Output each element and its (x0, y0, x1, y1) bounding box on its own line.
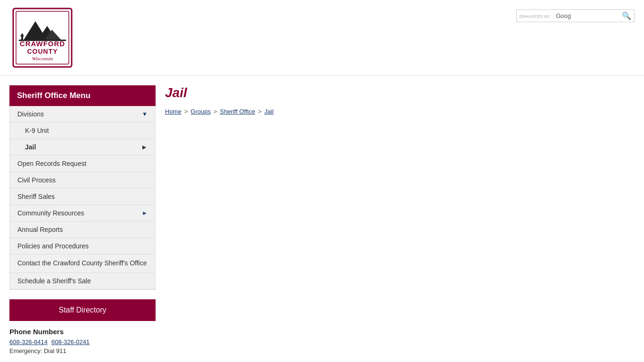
search-button[interactable]: 🔍 (622, 11, 631, 20)
sidebar-menu-title: Sheriff Office Menu (9, 85, 156, 106)
sidebar-item-open-records[interactable]: Open Records Request (10, 156, 155, 172)
breadcrumb-current: Jail (264, 108, 274, 115)
logo-area: CRAWFORD COUNTY Wisconsin (9, 5, 75, 71)
breadcrumb-sep-2: > (214, 108, 217, 115)
breadcrumb-groups[interactable]: Groups (190, 108, 211, 115)
phone-link-2[interactable]: 608-326-0241 (51, 338, 90, 346)
jail-arrow-right-icon: ► (141, 143, 148, 151)
sidebar-item-k9[interactable]: K-9 Unit (10, 123, 155, 139)
sidebar: Sheriff Office Menu Divisions ▼ K-9 Unit… (9, 85, 156, 354)
phone-link-1[interactable]: 608-326-8414 (9, 338, 48, 346)
search-area: ENHANCED BY Goog 🔍 (516, 9, 635, 22)
sidebar-item-community-resources[interactable]: Community Resources ► (10, 205, 155, 222)
breadcrumb-sep-1: > (184, 108, 188, 115)
svg-text:Wisconsin: Wisconsin (32, 56, 53, 61)
site-logo: CRAWFORD COUNTY Wisconsin (9, 5, 75, 71)
divisions-arrow-down-icon: ▼ (142, 111, 148, 117)
sidebar-item-divisions[interactable]: Divisions ▼ (10, 106, 155, 123)
staff-directory-button[interactable]: Staff Directory (9, 299, 156, 321)
search-wrapper[interactable]: ENHANCED BY Goog 🔍 (516, 9, 635, 22)
sidebar-item-contact[interactable]: Contact the Crawford County Sheriff's Of… (10, 255, 155, 273)
page-title: Jail (165, 85, 635, 100)
sidebar-item-jail[interactable]: Jail ► (10, 139, 155, 156)
emergency-text: Emergency: Dial 911 (9, 347, 156, 354)
search-enhanced-label: ENHANCED BY Goog (520, 12, 573, 19)
breadcrumb-sheriff-office[interactable]: Sheriff Office (220, 108, 256, 115)
sidebar-item-civil-process[interactable]: Civil Process (10, 172, 155, 189)
page-header: CRAWFORD COUNTY Wisconsin ENHANCED BY Go… (0, 0, 644, 76)
search-input[interactable] (575, 12, 622, 19)
phone-links: 608-326-8414 608-326-0241 (9, 338, 156, 346)
sidebar-menu: Divisions ▼ K-9 Unit Jail ► Open Records… (9, 106, 156, 290)
sidebar-item-policies[interactable]: Policies and Procedures (10, 238, 155, 255)
main-content: Jail Home > Groups > Sheriff Office > Ja… (165, 76, 635, 124)
phone-section: Phone Numbers 608-326-8414 608-326-0241 … (9, 328, 156, 354)
svg-text:CRAWFORD: CRAWFORD (20, 40, 65, 48)
sidebar-item-sheriff-sales[interactable]: Sheriff Sales (10, 189, 155, 205)
breadcrumb-sep-3: > (258, 108, 262, 115)
sidebar-item-schedule[interactable]: Schedule a Sheriff's Sale (10, 273, 155, 289)
community-resources-arrow-icon: ► (142, 210, 148, 216)
sidebar-item-annual-reports[interactable]: Annual Reports (10, 222, 155, 238)
breadcrumb-home[interactable]: Home (165, 108, 182, 115)
breadcrumb: Home > Groups > Sheriff Office > Jail (165, 108, 635, 115)
main-container: Sheriff Office Menu Divisions ▼ K-9 Unit… (0, 76, 644, 354)
svg-text:COUNTY: COUNTY (27, 48, 58, 55)
phone-section-title: Phone Numbers (9, 328, 156, 336)
